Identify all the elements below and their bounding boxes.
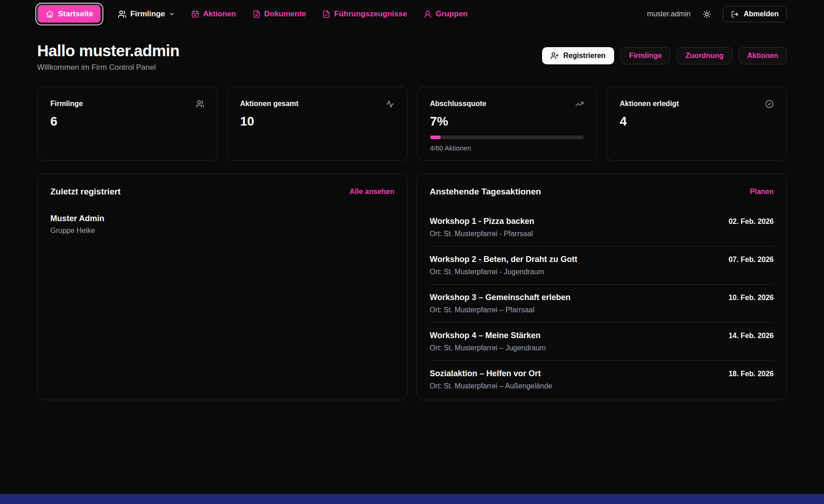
activity-icon [386,100,394,108]
zuordnung-button[interactable]: Zuordnung [677,47,732,64]
event-list-item[interactable]: Workshop 2 - Beten, der Draht zu Gott Or… [430,247,774,285]
event-list: Workshop 1 - Pizza backen Ort: St. Muste… [430,208,774,398]
event-list-item[interactable]: Workshop 4 – Meine Stärken Ort: St. Must… [430,323,774,361]
stat-value: 4 [620,114,774,129]
stat-label: Aktionen gesamt [240,100,299,108]
event-location: Ort: St. Musterpfarrei - Pfarrsaal [430,230,534,238]
file-check-icon [322,10,330,18]
completion-progress-fill [430,136,441,139]
panels-row: Zuletzt registriert Alle ansehen Muster … [37,174,787,400]
nav-item-gruppen[interactable]: Gruppen [423,10,468,19]
users-icon [196,100,204,108]
calendar-check-icon [191,10,199,18]
nav-item-fuehrungszeugnisse[interactable]: Führungszeugnisse [322,10,407,19]
nav-item-label: Führungszeugnisse [334,10,407,19]
event-location: Ort: St. Musterpfarrei – Jugendraum [430,344,546,352]
aktionen-button[interactable]: Aktionen [739,47,787,64]
nav-item-dokumente[interactable]: Dokumente [252,10,306,19]
circle-check-icon [765,100,774,108]
event-info: Workshop 2 - Beten, der Draht zu Gott Or… [430,255,577,276]
event-title: Workshop 4 – Meine Stärken [430,331,546,340]
event-info: Sozialaktion – Helfen vor Ort Ort: St. M… [430,369,552,390]
event-info: Workshop 4 – Meine Stärken Ort: St. Must… [430,331,546,352]
nav-item-firmlinge[interactable]: Firmlinge [118,10,175,19]
users-icon [118,10,126,19]
nav-right: muster.admin Abmelden [647,6,787,22]
event-date: 18. Feb. 2026 [728,369,774,378]
stat-card-firmlinge: Firmlinge 6 [37,87,218,161]
stat-value: 10 [240,114,394,129]
panel-head: Anstehende Tagesaktionen Planen [430,187,774,197]
stat-card-head: Aktionen erledigt [620,100,774,108]
stats-row: Firmlinge 6 Aktionen gesamt 10 Abschluss… [37,87,787,161]
logout-label: Abmelden [744,10,779,18]
event-title: Sozialaktion – Helfen vor Ort [430,369,552,378]
register-button[interactable]: Registrieren [542,47,614,64]
greeting-block: Hallo muster.admin Willkommen im Firm Co… [37,42,179,72]
sun-icon [703,10,711,19]
nav-item-label: Dokumente [264,10,306,19]
page-header: Hallo muster.admin Willkommen im Firm Co… [37,42,787,72]
home-icon [46,10,54,18]
page-title: Hallo muster.admin [37,42,179,60]
stat-card-aktionen-erledigt: Aktionen erledigt 4 [606,87,787,161]
event-location: Ort: St. Musterpfarrei – Pfarrsaal [430,306,571,314]
header-actions: Registrieren Firmlinge Zuordnung Aktione… [542,47,787,64]
registered-name: Muster Admin [50,214,394,223]
event-location: Ort: St. Musterpfarrei – Außengelände [430,382,552,390]
event-title: Workshop 2 - Beten, der Draht zu Gott [430,255,577,264]
completion-progress-bar [430,136,584,139]
panel-head: Zuletzt registriert Alle ansehen [50,187,394,197]
trending-up-icon [575,100,584,108]
event-date: 10. Feb. 2026 [728,293,774,302]
stat-value: 7% [430,114,584,129]
nav-item-aktionen[interactable]: Aktionen [191,10,236,19]
plan-link[interactable]: Planen [750,188,774,196]
event-date: 02. Feb. 2026 [728,217,774,226]
event-info: Workshop 1 - Pizza backen Ort: St. Muste… [430,217,534,238]
nav-item-label: Aktionen [203,10,236,19]
page-subtitle: Willkommen im Firm Control Panel [37,63,179,72]
event-title: Workshop 1 - Pizza backen [430,217,534,226]
nav-item-label: Firmlinge [130,10,165,19]
logout-button[interactable]: Abmelden [723,6,787,22]
stat-card-head: Firmlinge [50,100,204,108]
main-content: Hallo muster.admin Willkommen im Firm Co… [0,28,824,400]
file-icon [252,10,261,18]
event-location: Ort: St. Musterpfarrei - Jugendraum [430,268,577,276]
event-list-item[interactable]: Workshop 3 – Gemeinschaft erleben Ort: S… [430,285,774,323]
firmlinge-button[interactable]: Firmlinge [620,47,670,64]
current-username: muster.admin [647,10,691,18]
event-title: Workshop 3 – Gemeinschaft erleben [430,293,571,302]
logout-icon [731,10,739,18]
view-all-link[interactable]: Alle ansehen [349,188,394,196]
panel-title: Zuletzt registriert [50,187,121,197]
event-date: 07. Feb. 2026 [728,255,774,264]
stat-card-aktionen-gesamt: Aktionen gesamt 10 [227,87,407,161]
nav-item-startseite[interactable]: Startseite [37,5,102,24]
recent-registered-panel: Zuletzt registriert Alle ansehen Muster … [37,174,407,400]
nav-item-label: Startseite [58,10,93,19]
nav-item-label: Gruppen [436,10,468,19]
event-list-item[interactable]: Sozialaktion – Helfen vor Ort Ort: St. M… [430,361,774,398]
chevron-down-icon [169,11,175,17]
theme-toggle-button[interactable] [701,8,713,20]
stat-label: Abschlussquote [430,100,486,108]
event-date: 14. Feb. 2026 [728,331,774,340]
panel-title: Anstehende Tagesaktionen [430,187,541,197]
registered-group: Gruppe Heike [50,227,394,235]
nav-links: Startseite Firmlinge Aktionen Dokumente [37,5,647,24]
user-plus-icon [551,52,559,60]
stat-label: Firmlinge [50,100,83,108]
user-icon [423,10,432,19]
upcoming-actions-panel: Anstehende Tagesaktionen Planen Workshop… [417,174,787,400]
stat-label: Aktionen erledigt [620,100,679,108]
stat-card-abschlussquote: Abschlussquote 7% 4/60 Aktionen [417,87,597,161]
event-list-item[interactable]: Workshop 1 - Pizza backen Ort: St. Muste… [430,208,774,247]
stat-card-head: Abschlussquote [430,100,584,108]
footer-bar [0,494,824,504]
event-info: Workshop 3 – Gemeinschaft erleben Ort: S… [430,293,571,314]
stat-card-head: Aktionen gesamt [240,100,394,108]
registered-list-item[interactable]: Muster Admin Gruppe Heike [50,214,394,235]
top-navbar: Startseite Firmlinge Aktionen Dokumente [0,0,824,28]
